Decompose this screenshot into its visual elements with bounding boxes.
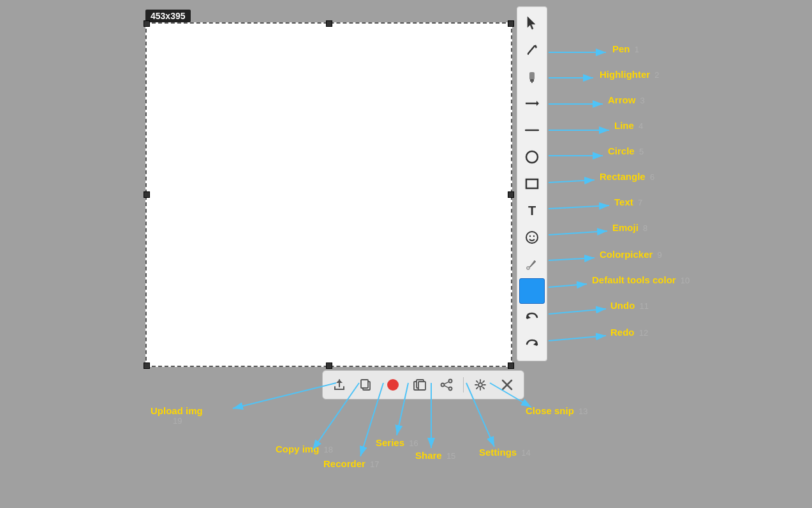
svg-point-15 <box>527 267 530 270</box>
annotation-copy-img: Copy img 18 <box>276 444 333 454</box>
annotation-share: Share 15 <box>415 450 455 461</box>
highlighter-tool[interactable] <box>519 64 545 89</box>
handle-mid-left[interactable] <box>144 191 150 198</box>
annotation-settings: Settings 14 <box>479 447 531 458</box>
drawing-toolbar: T <box>517 6 547 361</box>
circle-tool[interactable] <box>519 144 545 170</box>
svg-marker-16 <box>527 315 531 319</box>
annotation-rectangle: Rectangle 6 <box>600 171 654 182</box>
handle-mid-right[interactable] <box>508 191 514 198</box>
annotation-line: Line 4 <box>614 120 643 131</box>
annotation-series: Series 16 <box>376 437 418 448</box>
settings-button[interactable] <box>469 373 492 396</box>
pen-tool[interactable] <box>519 37 545 63</box>
svg-rect-5 <box>530 79 534 82</box>
svg-marker-17 <box>533 341 537 346</box>
svg-line-47 <box>233 383 336 408</box>
svg-line-44 <box>549 284 587 287</box>
handle-top-right[interactable] <box>508 20 514 27</box>
svg-point-27 <box>441 384 445 387</box>
select-tool[interactable] <box>519 10 545 36</box>
handle-bottom-mid[interactable] <box>326 362 332 369</box>
arrow-tool[interactable] <box>519 91 545 116</box>
svg-line-41 <box>549 205 609 209</box>
svg-line-29 <box>444 382 448 384</box>
svg-rect-4 <box>529 72 535 80</box>
svg-point-28 <box>449 387 452 391</box>
undo-button[interactable] <box>519 305 545 331</box>
canvas-container: 453x395 <box>145 22 512 367</box>
svg-point-22 <box>387 379 399 391</box>
colorpicker-tool[interactable] <box>519 251 545 277</box>
size-label: 453x395 <box>145 10 191 22</box>
svg-marker-2 <box>535 45 537 49</box>
rectangle-tool[interactable] <box>519 171 545 197</box>
share-button[interactable] <box>435 373 458 396</box>
annotation-recorder: Recorder 17 <box>323 458 380 469</box>
redo-button[interactable] <box>519 332 545 357</box>
close-button[interactable] <box>496 373 519 396</box>
toolbar-divider <box>463 377 464 392</box>
svg-point-12 <box>526 232 538 243</box>
svg-line-45 <box>549 309 606 314</box>
annotation-circle: Circle 5 <box>608 146 644 156</box>
emoji-tool[interactable] <box>519 225 545 250</box>
svg-point-13 <box>529 235 531 237</box>
handle-bottom-left[interactable] <box>144 362 150 369</box>
text-tool[interactable]: T <box>519 198 545 223</box>
svg-marker-19 <box>336 380 343 383</box>
svg-rect-11 <box>526 179 538 188</box>
annotation-upload-img: Upload img19 <box>151 405 203 426</box>
svg-point-31 <box>478 383 482 387</box>
svg-rect-21 <box>361 380 368 388</box>
annotation-redo: Redo 12 <box>610 327 648 338</box>
annotation-undo: Undo 11 <box>610 300 649 311</box>
handle-bottom-right[interactable] <box>508 362 514 369</box>
svg-point-10 <box>526 151 538 163</box>
record-button[interactable] <box>381 373 404 396</box>
annotation-default-color: Default tools color 10 <box>592 274 690 285</box>
copy-button[interactable] <box>355 373 378 396</box>
svg-line-40 <box>549 180 594 183</box>
annotation-close-snip: Close snip 13 <box>526 405 588 416</box>
svg-point-14 <box>533 235 535 237</box>
annotation-emoji: Emoji 8 <box>612 222 647 233</box>
svg-marker-8 <box>536 101 539 106</box>
svg-rect-25 <box>418 382 425 390</box>
series-button[interactable] <box>408 373 431 396</box>
svg-point-26 <box>449 380 452 383</box>
bottom-toolbar <box>322 370 524 400</box>
svg-line-46 <box>549 336 606 341</box>
annotation-text: Text 7 <box>614 197 642 207</box>
color-swatch[interactable] <box>519 278 545 304</box>
svg-line-30 <box>444 385 448 388</box>
annotation-highlighter: Highlighter 2 <box>600 69 660 80</box>
annotation-pen: Pen 1 <box>612 43 639 54</box>
line-tool[interactable] <box>519 117 545 143</box>
annotation-colorpicker: Colorpicker 9 <box>600 249 662 260</box>
svg-line-1 <box>528 46 535 54</box>
canvas-area[interactable] <box>145 22 512 367</box>
svg-marker-0 <box>528 17 535 29</box>
svg-line-42 <box>549 231 607 235</box>
annotation-arrow: Arrow 3 <box>608 94 645 105</box>
upload-button[interactable] <box>328 373 351 396</box>
handle-top-mid[interactable] <box>326 20 332 27</box>
handle-top-left[interactable] <box>144 20 150 27</box>
svg-line-43 <box>549 258 594 260</box>
